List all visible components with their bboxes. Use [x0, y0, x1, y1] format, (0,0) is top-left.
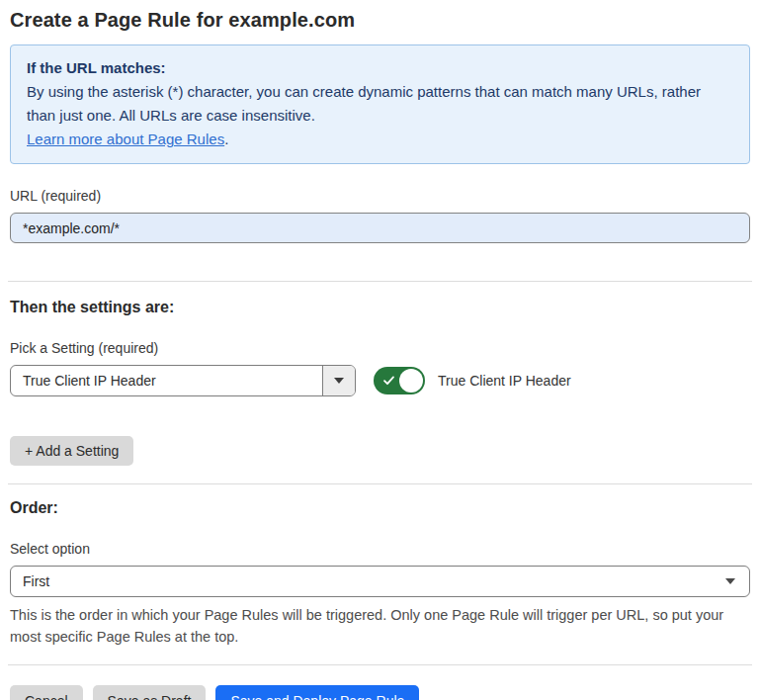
url-input[interactable] — [10, 213, 750, 243]
setting-picker-label: Pick a Setting (required) — [10, 340, 750, 356]
order-select-value: First — [23, 573, 49, 589]
check-icon — [382, 375, 395, 387]
url-field-label: URL (required) — [10, 188, 750, 204]
url-match-info-box: If the URL matches: By using the asteris… — [10, 44, 750, 164]
section-divider — [8, 483, 752, 484]
setting-select[interactable]: True Client IP Header — [10, 365, 356, 396]
setting-toggle-label: True Client IP Header — [438, 373, 571, 389]
page-rule-form: Create a Page Rule for example.com If th… — [0, 0, 760, 700]
setting-select-arrow-button[interactable] — [322, 366, 355, 395]
setting-toggle[interactable] — [374, 367, 425, 394]
form-actions: Cancel Save as Draft Save and Deploy Pag… — [10, 685, 750, 700]
order-section-heading: Order: — [10, 499, 750, 517]
setting-picker-row: True Client IP Header True Client IP Hea… — [10, 365, 750, 396]
section-divider — [8, 664, 752, 665]
setting-select-value: True Client IP Header — [11, 366, 322, 395]
page-title: Create a Page Rule for example.com — [10, 0, 750, 32]
save-as-draft-button[interactable]: Save as Draft — [93, 685, 207, 700]
info-box-heading: If the URL matches: — [27, 56, 733, 80]
order-select-label: Select option — [10, 541, 750, 557]
order-help-text: This is the order in which your Page Rul… — [10, 604, 746, 648]
triangle-down-icon — [725, 578, 735, 584]
toggle-knob — [399, 369, 423, 393]
learn-more-link[interactable]: Learn more about Page Rules — [27, 131, 224, 147]
triangle-down-icon — [334, 378, 344, 384]
info-box-link-line: Learn more about Page Rules. — [27, 128, 733, 151]
info-box-body: By using the asterisk (*) character, you… — [27, 80, 733, 128]
order-select[interactable]: First — [10, 566, 750, 597]
section-divider — [8, 281, 752, 282]
settings-section-heading: Then the settings are: — [10, 299, 750, 316]
save-and-deploy-button[interactable]: Save and Deploy Page Rule — [215, 685, 419, 700]
cancel-button[interactable]: Cancel — [10, 685, 83, 700]
link-suffix: . — [224, 131, 228, 147]
add-setting-button[interactable]: + Add a Setting — [10, 436, 133, 466]
